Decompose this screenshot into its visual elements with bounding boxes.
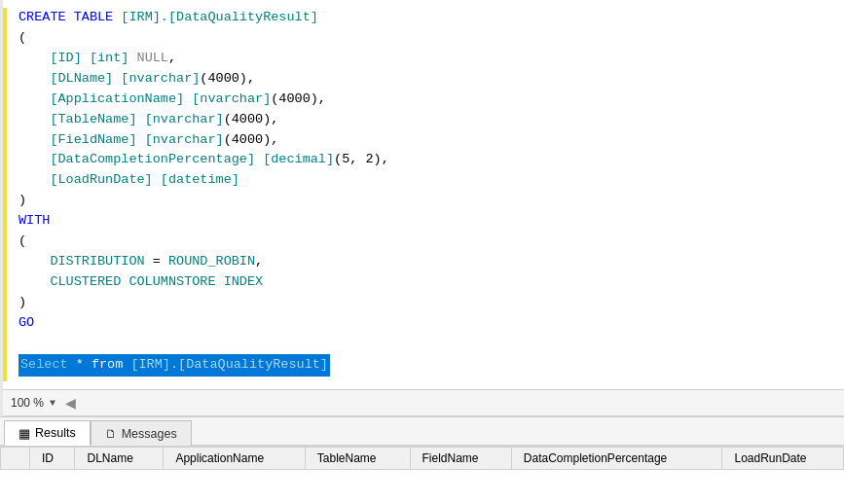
code-line-6: [TableName] [nvarchar](4000), bbox=[18, 110, 832, 130]
col-id: ID bbox=[30, 448, 75, 470]
zoom-bar: 100 % ▼ ◀ bbox=[3, 389, 844, 416]
zoom-dropdown-arrow[interactable]: ▼ bbox=[50, 398, 55, 409]
code-line-8: [DataCompletionPercentage] [decimal](5, … bbox=[18, 150, 832, 170]
results-grid-icon: ▦ bbox=[18, 426, 30, 441]
code-line-15: ) bbox=[18, 293, 832, 313]
code-line-16: GO bbox=[18, 313, 832, 334]
code-line-10: ) bbox=[18, 191, 832, 211]
col-loadrundate: LoadRunDate bbox=[722, 448, 844, 470]
col-fieldname: FieldName bbox=[410, 448, 511, 470]
code-container: CREATE TABLE [IRM].[DataQualityResult] (… bbox=[3, 0, 844, 389]
code-line-4: [DLName] [nvarchar](4000), bbox=[18, 69, 832, 90]
messages-icon: 🗋 bbox=[105, 427, 117, 441]
results-table: ID DLName ApplicationName TableName Fiel… bbox=[0, 447, 844, 470]
code-line-5: [ApplicationName] [nvarchar](4000), bbox=[18, 90, 832, 110]
tab-results[interactable]: ▦ Results bbox=[4, 420, 91, 446]
col-dlname: DLName bbox=[75, 448, 164, 470]
code-line-7: [FieldName] [nvarchar](4000), bbox=[18, 130, 832, 151]
col-applicationname: ApplicationName bbox=[164, 448, 305, 470]
col-tablename: TableName bbox=[305, 448, 410, 470]
code-line-12: ( bbox=[18, 232, 832, 252]
code-line-2: ( bbox=[18, 28, 832, 49]
code-line-9: [LoadRunDate] [datetime] bbox=[18, 170, 832, 191]
tab-bar: ▦ Results 🗋 Messages bbox=[0, 416, 844, 446]
sql-editor: CREATE TABLE [IRM].[DataQualityResult] (… bbox=[0, 0, 844, 416]
code-line-1: CREATE TABLE [IRM].[DataQualityResult] bbox=[18, 8, 832, 28]
tab-messages[interactable]: 🗋 Messages bbox=[91, 420, 192, 446]
col-rownum bbox=[1, 448, 30, 470]
zoom-level: 100 % bbox=[11, 396, 44, 410]
results-area: ID DLName ApplicationName TableName Fiel… bbox=[0, 446, 844, 504]
col-datacompletionpercentage: DataCompletionPercentage bbox=[511, 448, 722, 470]
code-line-14: CLUSTERED COLUMNSTORE INDEX bbox=[18, 272, 832, 293]
code-line-3: [ID] [int] NULL, bbox=[18, 49, 832, 69]
horizontal-scroll-indicator[interactable]: ◀ bbox=[65, 392, 76, 414]
code-line-11: WITH bbox=[18, 211, 832, 232]
tab-messages-label: Messages bbox=[122, 427, 177, 441]
tab-results-label: Results bbox=[35, 426, 76, 440]
code-line-13: DISTRIBUTION = ROUND_ROBIN, bbox=[18, 252, 832, 272]
highlighted-select-line[interactable]: Select * from [IRM].[DataQualityResult] bbox=[18, 354, 330, 377]
code-line-17 bbox=[18, 334, 832, 354]
code-content[interactable]: CREATE TABLE [IRM].[DataQualityResult] (… bbox=[7, 8, 844, 381]
